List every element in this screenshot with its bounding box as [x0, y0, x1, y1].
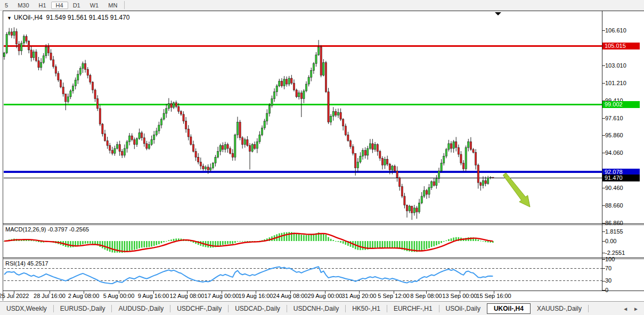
macd-bar [301, 235, 303, 241]
tab-usdx-weekly[interactable]: USDX,Weekly [0, 303, 53, 314]
rsi-tick-label: 0 [605, 287, 608, 293]
price-tick-label: 90.460 [605, 185, 623, 191]
candle [67, 97, 69, 102]
candle [89, 76, 91, 82]
macd-bar [247, 241, 248, 242]
candle [293, 83, 295, 90]
candle [313, 64, 314, 71]
candle [15, 31, 17, 44]
price-tick-label: 106.610 [605, 27, 626, 34]
candle [311, 70, 312, 77]
candle [411, 206, 413, 213]
time-tick-label: 28 Jul 16:00 [34, 293, 66, 299]
chart-canvas[interactable] [0, 0, 644, 315]
candle [107, 140, 108, 145]
candle [441, 163, 442, 171]
candle [482, 181, 484, 186]
tab-usdchf-daily[interactable]: USDCHF-,Daily [170, 303, 228, 314]
candle [281, 81, 282, 86]
macd-bar [149, 241, 150, 247]
candle [259, 135, 260, 142]
macd-bar [77, 241, 79, 246]
candle [288, 78, 290, 84]
scroll-left-icon[interactable]: ◄ [623, 306, 628, 312]
candle [264, 121, 265, 128]
candle [242, 138, 243, 145]
candle [421, 196, 422, 203]
candle [119, 145, 120, 152]
candle [109, 146, 111, 151]
candle [239, 122, 241, 138]
macd-bar [338, 241, 339, 242]
macd-bar [296, 234, 297, 241]
macd-bar [436, 241, 437, 245]
candle [230, 148, 231, 153]
candle [180, 111, 182, 114]
symbol-tab-bar: USDX,WeeklyEURUSD-,DailyAUDUSD-,DailyUSD… [0, 301, 644, 315]
macd-indicator-label: MACD(12,26,9) -0.3797 -0.2565 [5, 226, 89, 233]
candle [79, 69, 81, 74]
tab-usdcnh-daily[interactable]: USDCNH-,Daily [287, 303, 345, 314]
candle [460, 154, 462, 163]
candle [129, 136, 131, 142]
candle [124, 148, 125, 155]
candle [438, 171, 439, 179]
tab-ukoil-h4[interactable]: UKOil-,H4 [487, 303, 531, 314]
candle [33, 52, 35, 58]
candle [183, 114, 184, 121]
tab-eurusd-daily[interactable]: EURUSD-,Daily [54, 303, 112, 314]
tab-xauusd-daily[interactable]: XAUUSD-,Daily [531, 303, 588, 314]
time-tick-label: 31 Aug 20:00 [342, 293, 377, 299]
scroll-right-icon[interactable]: ► [633, 306, 639, 312]
symbol-dropdown-icon[interactable]: ▼ [7, 15, 12, 21]
macd-bar [87, 241, 88, 244]
macd-bar [85, 241, 86, 244]
candle [465, 147, 467, 169]
candle [291, 78, 292, 83]
macd-bar [298, 234, 300, 241]
candle [426, 190, 427, 194]
macd-bar [82, 241, 84, 244]
candle [428, 187, 430, 194]
macd-bar [232, 241, 233, 244]
candle [298, 93, 300, 97]
macd-bar [124, 241, 126, 252]
tab-audusd-daily[interactable]: AUDUSD-,Daily [112, 303, 170, 314]
candle [45, 47, 47, 55]
macd-bar [104, 241, 106, 250]
macd-bar [477, 239, 479, 241]
candle [254, 145, 256, 148]
macd-bar [313, 234, 315, 241]
candle [131, 136, 133, 139]
tab-hk50-h1[interactable]: HK50-,H1 [346, 303, 387, 314]
candle [65, 94, 67, 102]
macd-bar [320, 233, 322, 241]
candle [389, 164, 390, 170]
macd-bar [362, 241, 364, 250]
macd-bar [433, 241, 435, 246]
candle [219, 146, 221, 152]
candle [360, 156, 361, 162]
candle [153, 135, 155, 139]
price-tick-label: 94.060 [605, 150, 623, 156]
price-level-badge: 99.002 [602, 101, 640, 108]
tab-usoil-daily[interactable]: USOil-,Daily [439, 303, 487, 314]
macd-bar [153, 241, 155, 246]
candle [200, 162, 201, 166]
candle [404, 196, 405, 205]
macd-bar [419, 241, 420, 252]
candle [436, 179, 437, 186]
macd-bar [30, 241, 32, 241]
candle [450, 144, 452, 148]
candle [409, 206, 410, 211]
tab-eurchf-h1[interactable]: EURCHF-,H1 [387, 303, 439, 314]
candle [58, 73, 59, 80]
candle [38, 61, 39, 68]
candle [77, 74, 79, 80]
candle [212, 163, 214, 168]
macd-bar [114, 241, 116, 253]
macd-bar [173, 239, 175, 241]
candle [453, 142, 454, 148]
candle [300, 93, 302, 99]
tab-usdcad-daily[interactable]: USDCAD-,Daily [229, 303, 287, 314]
